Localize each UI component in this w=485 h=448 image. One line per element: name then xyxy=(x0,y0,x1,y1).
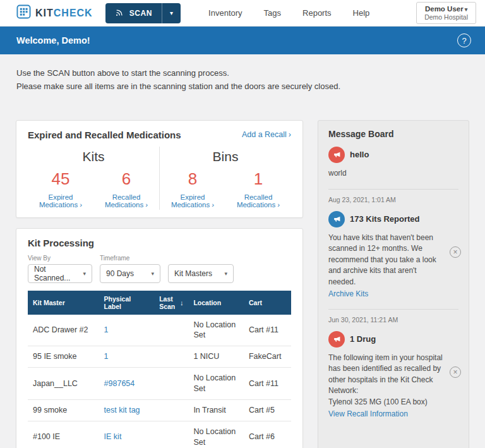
table-row: ADC Drawer #2 1 No Location Set Cart #11 xyxy=(28,315,291,346)
scan-button-label: SCAN xyxy=(129,9,152,18)
col-location[interactable]: Location xyxy=(188,291,244,315)
megaphone-icon xyxy=(328,147,345,163)
close-icon[interactable]: × xyxy=(450,246,461,258)
megaphone-icon xyxy=(328,331,345,348)
physical-label-link[interactable]: test kit tag xyxy=(104,406,140,415)
cell-last-scan xyxy=(154,346,188,368)
bins-recalled-count: 1 xyxy=(225,169,291,189)
col-last-scan[interactable]: Last Scan↓ xyxy=(154,291,188,315)
physical-label-link[interactable]: IE kit xyxy=(104,432,122,441)
timeframe-value: 90 Days xyxy=(106,269,134,278)
physical-label-link[interactable]: 1 xyxy=(104,352,109,361)
bins-expired-stat: 8 Expired Medications› xyxy=(160,169,225,210)
scan-button[interactable]: SCAN xyxy=(105,3,162,23)
cell-kit-master: 99 smoke xyxy=(28,399,99,421)
stat-groups: Kits 45 Expired Medications› 6 Recalled … xyxy=(28,147,291,210)
cell-cart: Cart #6 xyxy=(244,421,291,448)
kits-recalled-link-label: Recalled Medications xyxy=(105,193,143,209)
cell-kit-master: ADC Drawer #2 xyxy=(28,315,99,346)
bins-recalled-link[interactable]: Recalled Medications› xyxy=(225,193,291,209)
bins-group: Bins 8 Expired Medications› 1 Recalled M… xyxy=(159,147,291,210)
cell-last-scan xyxy=(154,368,188,400)
chevron-right-icon: › xyxy=(80,201,82,209)
welcome-banner: Welcome, Demo! ? xyxy=(0,27,485,54)
kit-processing-title: Kit Processing xyxy=(28,238,291,248)
nav-tags[interactable]: Tags xyxy=(264,8,281,18)
brand-check: CHECK xyxy=(54,8,93,18)
cell-kit-master: Japan__LLC xyxy=(28,368,99,400)
timeframe-select[interactable]: 90 Days ▾ xyxy=(100,264,160,283)
physical-label-link[interactable]: #987654 xyxy=(104,379,135,388)
message-item: 173 Kits Reported You have kits that hav… xyxy=(328,203,458,301)
view-recall-link[interactable]: View Recall Information xyxy=(328,409,408,418)
view-by-select[interactable]: Not Scanned... ▾ xyxy=(28,264,92,283)
physical-label-link[interactable]: 1 xyxy=(104,325,109,334)
kits-recalled-link[interactable]: Recalled Medications› xyxy=(93,193,159,209)
bins-expired-link[interactable]: Expired Medications› xyxy=(160,193,225,209)
chevron-down-icon: ▾ xyxy=(83,270,86,277)
cell-kit-master: 95 IE smoke xyxy=(28,346,99,368)
kits-group: Kits 45 Expired Medications› 6 Recalled … xyxy=(28,147,159,210)
bins-group-title: Bins xyxy=(160,149,291,164)
cell-cart: Cart #11 xyxy=(244,315,291,346)
nav-help[interactable]: Help xyxy=(353,8,370,18)
col-physical-label[interactable]: Physical Label xyxy=(99,291,155,315)
archive-kits-link[interactable]: Archive Kits xyxy=(328,289,368,298)
top-nav: Inventory Tags Reports Help xyxy=(208,8,369,18)
add-recall-link[interactable]: Add a Recall› xyxy=(242,130,291,139)
message-timestamp: Jun 30, 2021, 11:21 AM xyxy=(328,316,458,324)
kit-masters-filter: Kit Masters ▾ xyxy=(168,255,234,283)
cell-location: No Location Set xyxy=(188,315,244,346)
kits-expired-link[interactable]: Expired Medications› xyxy=(28,193,93,209)
kit-masters-value: Kit Masters xyxy=(174,269,212,278)
main-content: Expired and Recalled Medications Add a R… xyxy=(0,120,485,448)
brand-kit: KIT xyxy=(35,8,54,18)
message-body: world xyxy=(328,168,445,179)
cell-location: No Location Set xyxy=(188,421,244,448)
expired-recalled-card: Expired and Recalled Medications Add a R… xyxy=(16,120,303,218)
close-icon[interactable]: × xyxy=(450,366,461,378)
cell-last-scan xyxy=(154,315,188,346)
nav-inventory[interactable]: Inventory xyxy=(208,8,242,18)
kits-expired-link-label: Expired Medications xyxy=(39,193,78,209)
message-title: hello xyxy=(350,150,369,159)
cell-last-scan xyxy=(154,399,188,421)
scan-dropdown-button[interactable]: ▾ xyxy=(162,3,181,23)
col-kit-master[interactable]: Kit Master xyxy=(28,291,99,315)
kit-filters: View By Not Scanned... ▾ Timeframe 90 Da… xyxy=(28,255,291,283)
cell-location: In Transit xyxy=(188,399,244,421)
cell-location: No Location Set xyxy=(188,368,244,400)
user-hospital: Demo Hospital xyxy=(424,13,468,21)
view-by-value: Not Scanned... xyxy=(34,265,76,282)
chevron-down-icon: ▾ xyxy=(170,9,173,16)
nav-reports[interactable]: Reports xyxy=(302,8,332,18)
chevron-right-icon: › xyxy=(145,201,148,209)
bins-expired-link-label: Expired Medications xyxy=(171,193,210,209)
table-row: 99 smoke test kit tag In Transit Cart #5 xyxy=(28,399,291,421)
col-cart[interactable]: Cart xyxy=(244,291,291,315)
view-by-filter: View By Not Scanned... ▾ xyxy=(28,255,92,283)
help-icon[interactable]: ? xyxy=(457,33,471,47)
question-mark: ? xyxy=(462,36,466,45)
user-menu[interactable]: Demo User▾ Demo Hospital xyxy=(416,2,476,24)
chevron-right-icon: › xyxy=(289,130,291,139)
bins-recalled-link-label: Recalled Medications xyxy=(237,193,275,209)
megaphone-icon xyxy=(328,211,345,227)
message-board-title: Message Board xyxy=(328,129,458,139)
kit-table: Kit Master Physical Label Last Scan↓ Loc… xyxy=(28,291,291,448)
scan-instructions: Use the SCAN button above to start the s… xyxy=(0,54,485,94)
user-name: Demo User xyxy=(425,5,464,13)
table-row: #100 IE IE kit No Location Set Cart #6 xyxy=(28,421,291,448)
chevron-down-icon: ▾ xyxy=(151,270,154,277)
bins-expired-count: 8 xyxy=(160,169,225,189)
divider xyxy=(328,189,458,190)
timeframe-label: Timeframe xyxy=(100,255,160,262)
cell-cart: Cart #11 xyxy=(244,368,291,400)
cell-location: 1 NICU xyxy=(188,346,244,368)
kitcheck-logo[interactable]: KITCHECK xyxy=(16,4,93,21)
kits-expired-count: 45 xyxy=(28,169,93,189)
kit-masters-select[interactable]: Kit Masters ▾ xyxy=(168,264,234,283)
page: KITCHECK SCAN ▾ Inventory Tags Reports H… xyxy=(0,0,485,448)
top-bar: KITCHECK SCAN ▾ Inventory Tags Reports H… xyxy=(0,0,485,27)
caret-down-icon: ▾ xyxy=(465,6,468,13)
